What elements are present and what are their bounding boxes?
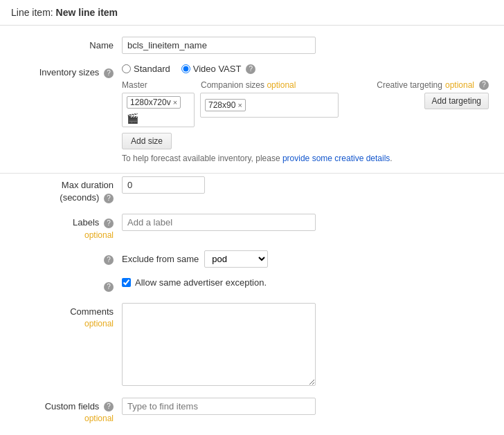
creative-targeting-label-area: Creative targeting optional ? [377, 80, 489, 90]
add-size-button[interactable]: Add size [122, 133, 172, 149]
comments-content [122, 303, 493, 388]
allow-same-checkbox-row: Allow same advertiser exception. [122, 277, 493, 288]
exclude-from-same-row: Exclude from same pod advertiser industr… [122, 250, 493, 268]
custom-fields-row: Custom fields ? optional [0, 398, 504, 425]
header-prefix: Line item: [11, 7, 53, 18]
exclude-label: Exclude from same [122, 254, 199, 264]
form-area: Name Inventory sizes ? Standard Video VA… [0, 26, 504, 435]
exclude-row: ? Exclude from same pod advertiser indus… [0, 250, 504, 268]
comments-label: Comments optional [11, 303, 122, 330]
allow-same-help-icon[interactable]: ? [104, 282, 114, 292]
add-targeting-button[interactable]: Add targeting [424, 93, 489, 109]
vast-radio-option[interactable]: Video VAST ? [181, 64, 256, 74]
master-size-tag: 1280x720v × [127, 96, 181, 109]
custom-fields-help-icon[interactable]: ? [104, 402, 114, 411]
allow-same-help-label: ? [11, 277, 122, 293]
labels-label: Labels ? optional [11, 214, 122, 241]
inventory-sizes-help-icon[interactable]: ? [104, 68, 114, 78]
companion-sub-label: Companion sizes optional [201, 80, 346, 90]
allow-same-checkbox[interactable] [122, 278, 131, 287]
exclude-help-icon[interactable]: ? [104, 255, 114, 265]
max-duration-content [122, 176, 493, 194]
comments-row: Comments optional [0, 303, 504, 388]
inventory-sizes-content: Standard Video VAST ? Master C [122, 64, 493, 163]
labels-input[interactable] [122, 214, 316, 231]
master-size-value: 1280x720v [130, 98, 171, 107]
vast-radio-label: Video VAST [193, 64, 242, 74]
companion-optional-label: optional [267, 80, 296, 90]
custom-fields-input[interactable] [122, 398, 316, 415]
forecast-text: To help forecast available inventory, pl… [122, 154, 493, 163]
name-input[interactable] [122, 37, 316, 54]
name-row: Name [0, 37, 504, 54]
labels-row: Labels ? optional [0, 214, 504, 241]
inventory-type-radio-row: Standard Video VAST ? [122, 64, 493, 74]
labels-help-icon[interactable]: ? [104, 219, 114, 228]
camera-icon: 🎬 [127, 113, 138, 124]
standard-radio-label: Standard [134, 64, 170, 74]
max-duration-input[interactable] [122, 176, 205, 194]
exclude-help-label: ? [11, 250, 122, 266]
name-content [122, 37, 493, 54]
custom-fields-content [122, 398, 493, 415]
companion-size-value: 728x90 [208, 100, 235, 110]
max-duration-help-icon[interactable]: ? [104, 194, 114, 203]
pod-select[interactable]: pod advertiser industry [204, 250, 268, 268]
companion-size-box: 728x90 × [200, 93, 339, 118]
custom-fields-label: Custom fields ? optional [11, 398, 122, 425]
allow-same-row: ? Allow same advertiser exception. [0, 277, 504, 293]
inventory-sizes-label: Inventory sizes ? [11, 64, 122, 79]
comments-textarea[interactable] [122, 303, 316, 386]
vast-help-icon[interactable]: ? [246, 64, 255, 74]
master-size-remove[interactable]: × [173, 99, 177, 107]
allow-same-label: Allow same advertiser exception. [135, 277, 267, 288]
companion-size-tag: 728x90 × [205, 99, 246, 111]
page-header: Line item: New line item [0, 0, 504, 26]
exclude-content: Exclude from same pod advertiser industr… [122, 250, 493, 268]
creative-targeting-help-icon[interactable]: ? [479, 80, 489, 90]
inventory-sizes-row: Inventory sizes ? Standard Video VAST ? [0, 64, 504, 163]
header-title: New line item [56, 7, 118, 18]
divider-1 [0, 173, 504, 174]
master-size-box: 1280x720v × 🎬 [122, 93, 195, 127]
master-sub-label: Master [122, 80, 198, 90]
name-label: Name [11, 37, 122, 52]
forecast-link[interactable]: provide some creative details [282, 154, 390, 163]
standard-radio-option[interactable]: Standard [122, 64, 170, 74]
standard-radio[interactable] [122, 64, 131, 73]
labels-content [122, 214, 493, 231]
inventory-sub: Master Companion sizes optional Creative… [122, 80, 493, 163]
max-duration-label: Max duration (seconds) ? [11, 176, 122, 204]
max-duration-row: Max duration (seconds) ? [0, 176, 504, 204]
vast-radio[interactable] [181, 64, 190, 73]
creative-targeting-optional: optional [445, 80, 474, 90]
allow-same-content: Allow same advertiser exception. [122, 277, 493, 288]
companion-size-remove[interactable]: × [237, 102, 242, 109]
